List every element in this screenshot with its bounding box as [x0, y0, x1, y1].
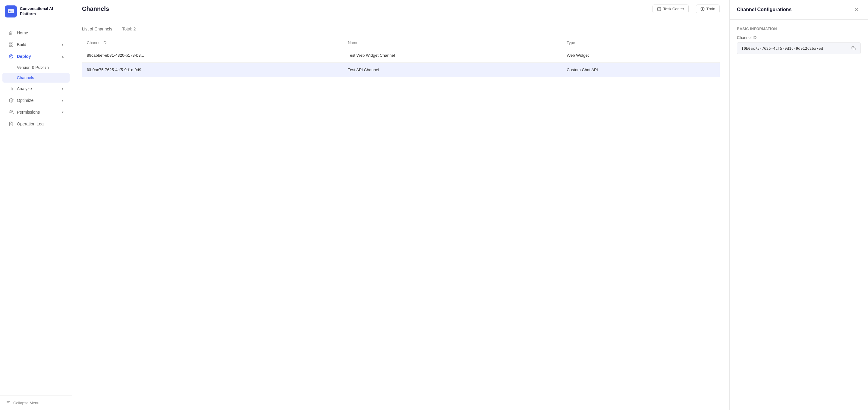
channel-name-cell: Test Web Widget Channel: [343, 48, 562, 63]
optimize-chevron: ▾: [62, 98, 64, 102]
svg-rect-4: [9, 43, 11, 44]
svg-point-2: [10, 10, 11, 12]
task-center-icon: [657, 7, 661, 11]
sidebar-item-analyze-label: Analyze: [17, 86, 32, 91]
sidebar-item-home[interactable]: Home: [2, 27, 70, 38]
sidebar: Conversational AI Platform Home: [0, 0, 72, 410]
svg-rect-6: [9, 45, 11, 47]
panel-title: Channel Configurations: [737, 7, 792, 12]
content-area: List of Channels Total: 2 Channel ID Nam…: [72, 18, 730, 410]
table-header-row: Channel ID Name Type: [82, 37, 720, 48]
sidebar-item-permissions[interactable]: Permissions ▾: [2, 107, 70, 118]
copy-icon: [851, 46, 856, 50]
col-header-name: Name: [343, 37, 562, 48]
col-header-type: Type: [562, 37, 720, 48]
close-panel-button[interactable]: ✕: [852, 5, 861, 14]
deploy-chevron: ▴: [62, 55, 64, 58]
operation-log-icon: [8, 121, 14, 127]
deploy-icon: [8, 54, 14, 59]
svg-point-9: [10, 56, 12, 57]
train-button[interactable]: Train: [696, 4, 720, 13]
svg-point-3: [11, 10, 13, 12]
permissions-chevron: ▾: [62, 110, 64, 114]
home-icon: [8, 30, 14, 36]
channel-type-cell: Web Widget: [562, 48, 720, 63]
sidebar-item-deploy[interactable]: Deploy ▴: [2, 51, 70, 62]
list-header-divider: [117, 27, 117, 31]
svg-marker-19: [702, 8, 704, 10]
sidebar-item-deploy-label: Deploy: [17, 54, 31, 59]
main-content: Channels Task Center Train List of Chann…: [72, 0, 730, 410]
collapse-icon: [6, 400, 11, 405]
permissions-icon: [8, 110, 14, 115]
analyze-icon: [8, 86, 14, 91]
collapse-menu-label: Collapse Menu: [13, 401, 39, 405]
channel-id-cell: f0b0ac75-7625-4cf5-9d1c-9d9...: [82, 63, 343, 77]
sidebar-nav: Home Build ▾: [0, 23, 72, 395]
channel-id-value: f0b0ac75-7625-4cf5-9d1c-9d912c2ba7ed: [741, 46, 848, 51]
sidebar-item-permissions-label: Permissions: [17, 110, 40, 115]
logo-area: Conversational AI Platform: [0, 0, 72, 23]
panel-content: Basic information Channel ID f0b0ac75-76…: [730, 20, 868, 410]
table-row[interactable]: f0b0ac75-7625-4cf5-9d1c-9d9... Test API …: [82, 63, 720, 77]
channel-type-cell: Custom Chat API: [562, 63, 720, 77]
svg-rect-5: [11, 43, 13, 44]
sidebar-item-version-publish[interactable]: Version & Publish: [2, 62, 70, 72]
sidebar-item-operation-log-label: Operation Log: [17, 121, 44, 126]
topbar: Channels Task Center Train: [72, 0, 730, 18]
field-label-channel-id: Channel ID: [737, 35, 861, 40]
channel-name-cell: Test API Channel: [343, 63, 562, 77]
svg-rect-7: [11, 45, 13, 47]
sidebar-item-channels-label: Channels: [17, 76, 34, 80]
svg-point-1: [9, 10, 10, 12]
channel-id-field: f0b0ac75-7625-4cf5-9d1c-9d912c2ba7ed: [737, 42, 861, 54]
build-icon: [8, 42, 14, 47]
list-header: List of Channels Total: 2: [82, 27, 720, 31]
sidebar-item-operation-log[interactable]: Operation Log: [2, 118, 70, 129]
sidebar-item-analyze[interactable]: Analyze ▾: [2, 83, 70, 94]
svg-point-11: [10, 110, 11, 112]
right-panel: Channel Configurations ✕ Basic informati…: [730, 0, 868, 410]
sidebar-item-home-label: Home: [17, 30, 28, 35]
svg-rect-20: [853, 48, 855, 50]
channels-table: Channel ID Name Type 89cabbef-eb81-4320-…: [82, 37, 720, 77]
copy-channel-id-button[interactable]: [851, 46, 856, 51]
table-row[interactable]: 89cabbef-eb81-4320-b173-b3... Test Web W…: [82, 48, 720, 63]
section-label: Basic information: [737, 27, 861, 31]
build-chevron: ▾: [62, 43, 64, 47]
list-header-title: List of Channels: [82, 27, 112, 31]
sidebar-item-optimize-label: Optimize: [17, 98, 33, 103]
list-header-count: Total: 2: [122, 27, 135, 31]
page-title: Channels: [82, 5, 109, 12]
col-header-channel-id: Channel ID: [82, 37, 343, 48]
task-center-label: Task Center: [663, 7, 684, 11]
sidebar-item-version-publish-label: Version & Publish: [17, 65, 49, 70]
sidebar-item-build-label: Build: [17, 42, 26, 47]
app-name: Conversational AI Platform: [20, 6, 67, 17]
train-icon: [701, 7, 705, 11]
sidebar-item-optimize[interactable]: Optimize ▾: [2, 95, 70, 106]
sidebar-item-build[interactable]: Build ▾: [2, 39, 70, 50]
task-center-button[interactable]: Task Center: [652, 4, 688, 13]
collapse-menu-button[interactable]: Collapse Menu: [0, 395, 72, 410]
train-label: Train: [707, 7, 715, 11]
channel-id-cell: 89cabbef-eb81-4320-b173-b3...: [82, 48, 343, 63]
optimize-icon: [8, 98, 14, 103]
panel-header: Channel Configurations ✕: [730, 0, 868, 20]
sidebar-item-channels[interactable]: Channels: [2, 72, 70, 83]
analyze-chevron: ▾: [62, 87, 64, 91]
svg-point-18: [701, 7, 704, 11]
logo-icon: [5, 5, 17, 18]
